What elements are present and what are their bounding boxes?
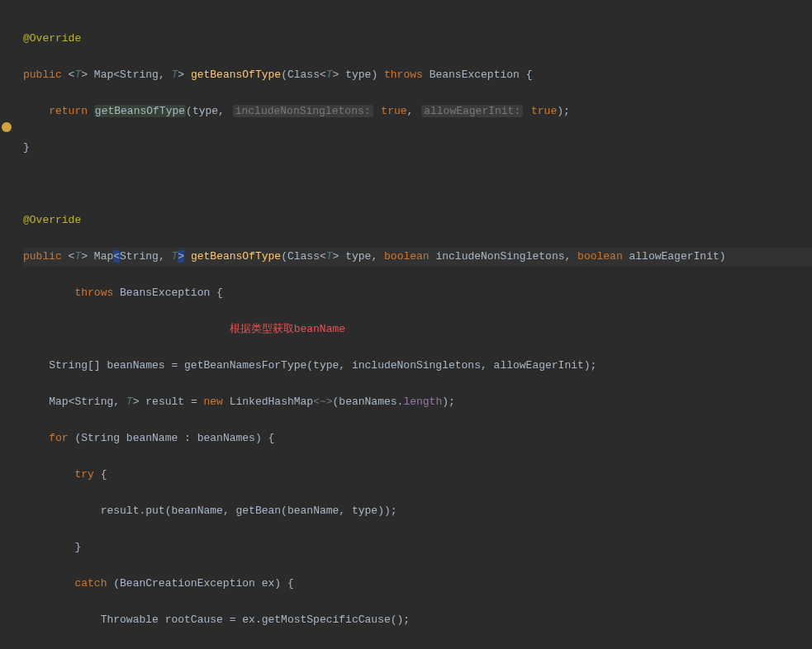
code-line[interactable]: public <T> Map<String, T> getBeansOfType… — [23, 66, 812, 84]
code-line[interactable]: try { — [23, 466, 812, 484]
code-line[interactable]: String[] beanNames = getBeanNamesForType… — [23, 357, 812, 375]
code-line[interactable]: @Override — [23, 30, 812, 48]
code-line[interactable]: catch (BeanCreationException ex) { — [23, 575, 812, 593]
overlay-comment[interactable]: 根据类型获取beanName — [23, 320, 812, 339]
code-line[interactable]: @Override — [23, 211, 812, 230]
current-line[interactable]: public <T> Map<String, T> getBeansOfType… — [23, 248, 812, 266]
annotation: @Override — [23, 32, 81, 45]
code-line[interactable]: } — [23, 538, 812, 557]
blank-line[interactable] — [23, 175, 812, 193]
code-line[interactable]: Map<String, T> result = new LinkedHashMa… — [23, 393, 812, 411]
code-line[interactable]: for (String beanName : beanNames) { — [23, 429, 812, 448]
gutter — [0, 0, 13, 649]
code-line[interactable]: Throwable rootCause = ex.getMostSpecific… — [23, 611, 812, 629]
intention-bulb-icon[interactable] — [2, 122, 12, 132]
code-line[interactable]: } — [23, 139, 812, 157]
code-area[interactable]: @Override public <T> Map<String, T> getB… — [0, 12, 812, 649]
code-line[interactable]: result.put(beanName, getBean(beanName, t… — [23, 502, 812, 520]
code-editor[interactable]: @Override public <T> Map<String, T> getB… — [0, 0, 812, 649]
code-line[interactable]: throws BeansException { — [23, 284, 812, 302]
code-line[interactable]: return getBeansOfType(type, includeNonSi… — [23, 102, 812, 121]
